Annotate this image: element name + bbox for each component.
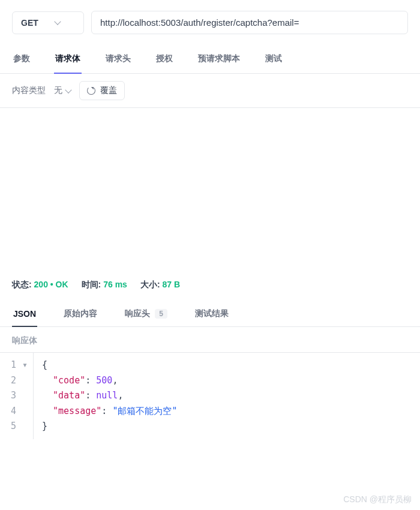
content-type-select[interactable]: 无 (54, 85, 71, 96)
fold-icon[interactable]: ▾ (22, 358, 27, 373)
override-button[interactable]: 覆盖 (79, 81, 125, 100)
line-number: 5 (11, 419, 16, 434)
response-tabs: JSON 原始内容 响应头 5 测试结果 (0, 301, 420, 327)
refresh-icon (87, 86, 95, 95)
tab-prescript[interactable]: 预请求脚本 (197, 45, 241, 73)
line-number: 1 (11, 358, 16, 373)
time-label: 时间: (82, 280, 101, 289)
status-block: 状态: 200 • OK (12, 280, 68, 290)
url-input[interactable] (91, 11, 408, 34)
code-token: } (42, 421, 47, 431)
status-label: 状态: (12, 280, 32, 289)
line-gutter: 1▾ 2 3 4 5 (0, 353, 34, 439)
code-token: { (42, 359, 47, 370)
code-token: "code" (53, 375, 85, 386)
content-type-value: 无 (54, 85, 62, 96)
time-value: 76 ms (103, 280, 127, 289)
line-number: 4 (11, 404, 16, 419)
size-value: 87 B (162, 280, 180, 289)
tab-params[interactable]: 参数 (12, 45, 31, 73)
request-row: GET (0, 0, 420, 45)
code-content[interactable]: { "code": 500, "data": null, "message": … (34, 353, 185, 439)
code-token: "data" (53, 390, 85, 401)
tab-headers[interactable]: 请求头 (104, 45, 132, 73)
size-label: 大小: (140, 280, 160, 289)
chevron-down-icon (65, 86, 71, 93)
tab-auth[interactable]: 授权 (155, 45, 174, 73)
code-token: "邮箱不能为空" (112, 406, 177, 416)
size-block: 大小: 87 B (140, 280, 180, 290)
body-toolbar: 内容类型 无 覆盖 (0, 74, 420, 108)
chevron-down-icon (54, 18, 61, 25)
code-token: null (96, 390, 118, 401)
response-code-area: 1▾ 2 3 4 5 { "code": 500, "data": null, … (0, 352, 420, 439)
code-token: 500 (96, 375, 112, 386)
response-status-row: 状态: 200 • OK 时间: 76 ms 大小: 87 B (0, 270, 420, 301)
resp-tab-raw[interactable]: 原始内容 (62, 301, 98, 326)
http-method-select[interactable]: GET (12, 11, 84, 34)
line-number: 3 (11, 388, 16, 404)
headers-count-badge: 5 (155, 309, 167, 319)
resp-tab-json[interactable]: JSON (12, 302, 37, 327)
override-label: 覆盖 (100, 85, 117, 96)
request-tabs: 参数 请求体 请求头 授权 预请求脚本 测试 (0, 45, 420, 74)
status-code: 200 (34, 280, 48, 289)
response-body-label: 响应体 (0, 327, 420, 352)
line-number: 2 (11, 373, 16, 389)
resp-tab-tests[interactable]: 测试结果 (194, 301, 230, 326)
content-type-label: 内容类型 (12, 85, 46, 96)
request-body-empty (0, 108, 420, 270)
resp-tab-headers-label: 响应头 (125, 308, 150, 319)
http-method-value: GET (21, 18, 38, 28)
tab-body[interactable]: 请求体 (54, 45, 82, 74)
tab-tests[interactable]: 测试 (264, 45, 283, 73)
status-dot: • (50, 280, 56, 289)
time-block: 时间: 76 ms (82, 280, 127, 290)
watermark: CSDN @程序员柳 (343, 494, 412, 505)
resp-tab-headers[interactable]: 响应头 5 (124, 301, 169, 326)
code-token: "message" (53, 406, 101, 416)
status-text: OK (56, 280, 68, 289)
